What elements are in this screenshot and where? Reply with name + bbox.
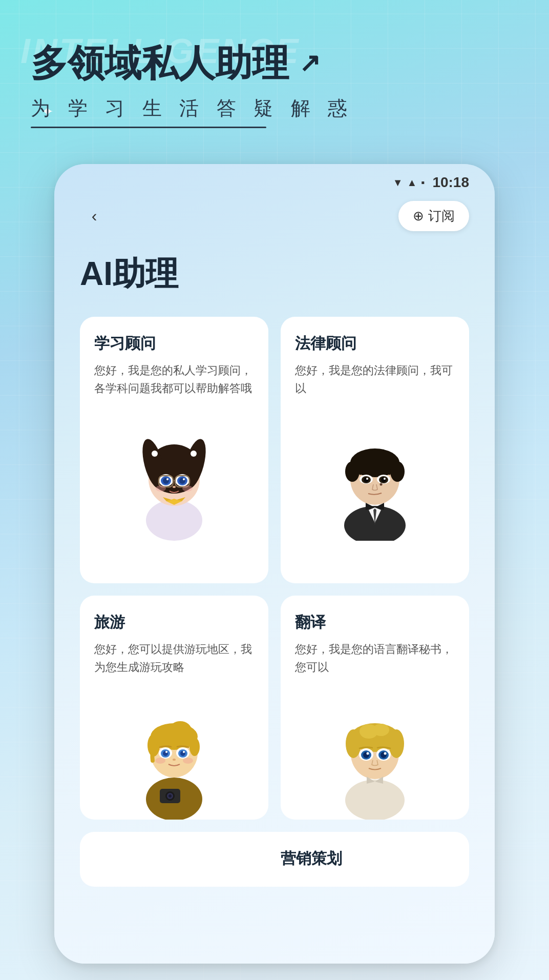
back-button[interactable]: ‹ xyxy=(80,202,109,231)
svg-point-33 xyxy=(390,461,405,482)
svg-point-63 xyxy=(183,758,193,764)
travel-card-desc: 您好，您可以提供游玩地区，我为您生成游玩攻略 xyxy=(94,640,254,676)
translate-card[interactable]: 翻译 您好，我是您的语言翻译秘书，您可以 xyxy=(281,596,469,820)
subscribe-label: 订阅 xyxy=(428,207,455,225)
marketing-section: 营销策划 xyxy=(80,832,469,887)
svg-point-83 xyxy=(384,752,387,755)
marketing-card[interactable]: 营销策划 xyxy=(281,848,455,876)
travel-character xyxy=(123,681,225,820)
study-character xyxy=(123,407,225,541)
phone-mockup: ▼ ▲ ▪ 10:18 ‹ ⊕ 订阅 AI助理 学习顾问 您好，我是您的私人学习… xyxy=(54,164,495,964)
svg-point-42 xyxy=(380,483,383,486)
svg-point-15 xyxy=(166,478,168,480)
status-time: 10:18 xyxy=(432,174,469,191)
hero-subtitle: 为 学 习 生 活 答 疑 解 惑 xyxy=(31,95,518,121)
svg-point-67 xyxy=(168,794,172,798)
nav-bar: ‹ ⊕ 订阅 xyxy=(54,196,495,241)
svg-point-32 xyxy=(345,461,360,482)
subscribe-plus-icon: ⊕ xyxy=(413,208,424,224)
travel-card-title: 旅游 xyxy=(94,612,254,633)
translate-character xyxy=(324,681,426,820)
svg-point-61 xyxy=(173,759,176,761)
battery-icon: ▪ xyxy=(421,177,425,189)
signal-icon: ▼ xyxy=(393,177,403,189)
status-bar: ▼ ▲ ▪ 10:18 xyxy=(54,164,495,196)
page-title: AI助理 xyxy=(80,252,469,296)
svg-point-38 xyxy=(364,477,369,482)
study-card-desc: 您好，我是您的私人学习顾问，各学科问题我都可以帮助解答哦 xyxy=(94,361,254,397)
svg-point-41 xyxy=(384,478,386,480)
svg-point-16 xyxy=(183,478,185,480)
law-character xyxy=(324,407,426,541)
svg-point-72 xyxy=(346,729,361,758)
svg-point-40 xyxy=(366,478,368,480)
travel-card-bottom xyxy=(94,848,268,859)
translate-card-title: 翻译 xyxy=(295,612,455,633)
svg-point-73 xyxy=(389,729,404,758)
svg-point-21 xyxy=(156,485,166,492)
svg-point-52 xyxy=(189,738,200,756)
law-card-title: 法律顾问 xyxy=(295,333,455,354)
svg-point-20 xyxy=(173,486,176,488)
subscribe-button[interactable]: ⊕ 订阅 xyxy=(398,201,469,231)
svg-point-60 xyxy=(183,751,185,753)
svg-point-50 xyxy=(169,721,192,740)
law-card-desc: 您好，我是您的法律顾问，我可以 xyxy=(295,361,455,397)
svg-point-68 xyxy=(345,780,405,820)
travel-card[interactable]: 旅游 您好，您可以提供游玩地区，我为您生成游玩攻略 xyxy=(80,596,268,820)
svg-point-62 xyxy=(155,758,165,764)
study-card-title: 学习顾问 xyxy=(94,333,254,354)
svg-point-22 xyxy=(182,485,193,492)
svg-point-39 xyxy=(381,477,386,482)
study-card[interactable]: 学习顾问 您好，我是您的私人学习顾问，各学科问题我都可以帮助解答哦 xyxy=(80,317,268,583)
svg-point-82 xyxy=(367,752,369,755)
translate-card-desc: 您好，我是您的语言翻译秘书，您可以 xyxy=(295,640,455,676)
svg-point-59 xyxy=(165,751,167,753)
marketing-card-title: 营销策划 xyxy=(281,848,455,869)
svg-point-8 xyxy=(191,451,197,457)
hero-title: 多领域私人助理 ↗ xyxy=(31,41,518,85)
law-card[interactable]: 法律顾问 您好，我是您的法律顾问，我可以 xyxy=(281,317,469,583)
wifi-icon: ▲ xyxy=(407,177,417,189)
svg-point-7 xyxy=(152,451,158,457)
